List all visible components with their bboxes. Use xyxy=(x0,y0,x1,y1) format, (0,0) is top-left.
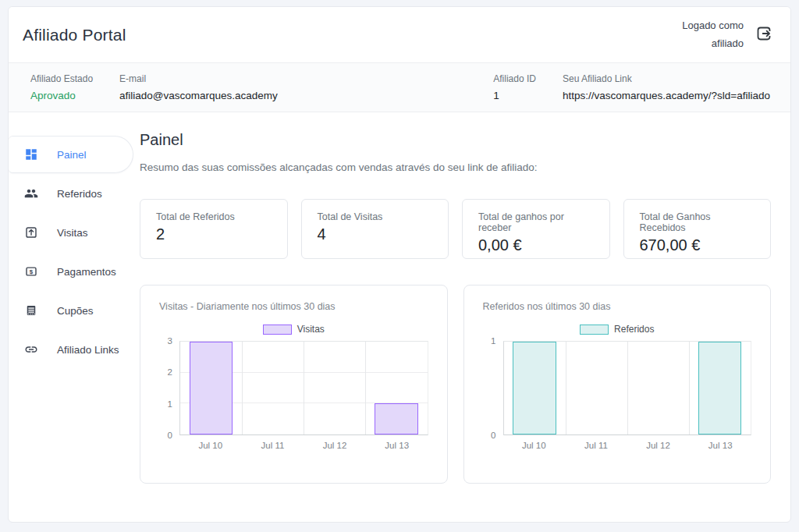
x-axis-tick-label: Jul 11 xyxy=(565,441,627,450)
sidebar-item-label: Afiliado Links xyxy=(57,344,119,356)
charts-row: Visitas - Diariamente nos últimos 30 dia… xyxy=(140,285,771,484)
sidebar-item-label: Cupões xyxy=(57,305,94,317)
y-axis-tick-label: 0 xyxy=(168,431,172,440)
logged-in-user: afiliado xyxy=(682,35,744,53)
bar-jul-13 xyxy=(698,342,741,434)
affiliate-id-value: 1 xyxy=(493,90,536,101)
chart-title: Referidos nos últimos 30 dias xyxy=(483,301,752,312)
sidebar-item-pagamentos[interactable]: $ Pagamentos xyxy=(9,253,133,290)
x-axis-tick-label: Jul 11 xyxy=(242,441,304,450)
affiliate-info-bar: Afiliado Estado Aprovado E-mail afiliado… xyxy=(9,63,790,112)
y-axis-tick-label: 1 xyxy=(168,399,172,409)
sidebar: Painel Referidos Visitas $ Pagamentos xyxy=(9,112,133,370)
legend-label: Visitas xyxy=(297,324,325,335)
stats-row: Total de Referidos 2 Total de Visitas 4 … xyxy=(140,199,771,259)
bar-jul-10 xyxy=(513,342,556,434)
gridline xyxy=(304,342,304,434)
plot-area xyxy=(503,341,752,435)
sidebar-item-label: Painel xyxy=(57,149,87,161)
stat-label: Total de Ganhos Recebidos xyxy=(640,211,755,233)
y-axis: 0123 xyxy=(159,341,179,435)
stat-value: 4 xyxy=(318,225,433,243)
stat-value: 2 xyxy=(156,225,272,243)
x-axis-tick-label: Jul 12 xyxy=(304,441,366,450)
stat-card-total-referidos: Total de Referidos 2 xyxy=(140,199,288,259)
bar-jul-10 xyxy=(190,342,233,434)
affiliate-link-value: https://vascomarques.academy/?sld=afilia… xyxy=(563,90,770,101)
stat-card-ganhos-por-receber: Total de ganhos por receber 0,00 € xyxy=(462,199,610,259)
y-axis-tick-label: 0 xyxy=(491,431,495,440)
visits-chart: Visitas - Diariamente nos últimos 30 dia… xyxy=(140,285,448,484)
y-axis-tick-label: 3 xyxy=(168,336,172,346)
sidebar-item-cupoes[interactable]: Cupões xyxy=(9,292,133,329)
sidebar-item-painel[interactable]: Painel xyxy=(9,136,133,173)
stat-value: 670,00 € xyxy=(640,236,755,254)
email-value: afiliado@vascomarques.academy xyxy=(119,90,467,101)
main-panel: Painel Resumo das suas comissões alcança… xyxy=(133,112,790,484)
sidebar-item-label: Visitas xyxy=(57,227,88,239)
people-icon xyxy=(24,186,38,200)
content: Painel Referidos Visitas $ Pagamentos xyxy=(9,112,790,484)
info-item-affiliate-link: Seu Afiliado Link https://vascomarques.a… xyxy=(563,73,770,101)
legend-label: Referidos xyxy=(614,324,654,335)
chart-legend: Referidos xyxy=(483,324,752,335)
info-item-affiliate-id: Afiliado ID 1 xyxy=(493,73,536,101)
y-axis-tick-label: 2 xyxy=(168,367,172,377)
legend-swatch xyxy=(263,325,292,335)
sidebar-item-label: Pagamentos xyxy=(57,266,116,278)
info-label: Seu Afiliado Link xyxy=(563,73,770,84)
plot: 01 xyxy=(483,336,752,435)
x-axis-tick-label: Jul 12 xyxy=(627,441,690,450)
dashboard-icon xyxy=(24,147,38,161)
stat-card-total-visitas: Total de Visitas 4 xyxy=(301,199,449,259)
stat-card-ganhos-recebidos: Total de Ganhos Recebidos 670,00 € xyxy=(623,199,772,259)
gridline xyxy=(627,342,628,434)
portal-card: Afiliado Portal Logado como afiliado xyxy=(8,6,791,523)
x-axis: Jul 10Jul 11Jul 12Jul 13 xyxy=(503,441,752,450)
page-title: Painel xyxy=(140,131,771,149)
x-axis-tick-label: Jul 10 xyxy=(179,441,242,450)
info-label: E-mail xyxy=(119,73,467,84)
chart-title: Visitas - Diariamente nos últimos 30 dia… xyxy=(159,301,428,312)
info-item-status: Afiliado Estado Aprovado xyxy=(30,73,93,101)
gridline xyxy=(242,342,243,434)
sidebar-item-referidos[interactable]: Referidos xyxy=(9,175,133,212)
plot: 0123 xyxy=(159,336,428,435)
coupon-icon xyxy=(24,303,38,317)
app-header: Afiliado Portal Logado como afiliado xyxy=(9,7,790,63)
svg-text:$: $ xyxy=(30,268,34,275)
x-axis-tick-label: Jul 13 xyxy=(689,441,751,450)
referrals-chart: Referidos nos últimos 30 dias Referidos … xyxy=(463,285,772,484)
info-label: Afiliado ID xyxy=(493,73,536,84)
gridline xyxy=(689,342,690,434)
y-axis: 01 xyxy=(483,341,503,435)
status-badge: Aprovado xyxy=(30,90,93,101)
bar-jul-13 xyxy=(375,403,417,434)
gridline xyxy=(566,342,566,434)
x-axis-tick-label: Jul 10 xyxy=(503,441,566,450)
x-axis-tick-label: Jul 13 xyxy=(366,441,428,450)
header-right: Logado como afiliado xyxy=(682,17,773,53)
stat-label: Total de ganhos por receber xyxy=(478,211,594,233)
app-title: Afiliado Portal xyxy=(23,26,126,44)
plot-area xyxy=(179,341,428,435)
link-icon xyxy=(24,342,38,356)
page-subtitle: Resumo das suas comissões alcançadas com… xyxy=(140,161,771,173)
stat-value: 0,00 € xyxy=(478,236,594,254)
logged-in-info: Logado como afiliado xyxy=(682,17,744,53)
chart-legend: Visitas xyxy=(159,324,428,335)
y-axis-tick-label: 1 xyxy=(491,336,495,346)
stat-label: Total de Referidos xyxy=(156,211,272,222)
stat-label: Total de Visitas xyxy=(318,211,433,222)
legend-swatch xyxy=(580,325,609,335)
sidebar-item-label: Referidos xyxy=(57,188,102,200)
logout-button[interactable] xyxy=(755,24,773,45)
visits-box-arrow-icon xyxy=(24,225,38,239)
sidebar-item-afiliado-links[interactable]: Afiliado Links xyxy=(9,331,133,368)
logout-icon xyxy=(755,24,773,45)
logged-in-label: Logado como xyxy=(682,17,744,35)
info-label: Afiliado Estado xyxy=(30,73,93,84)
info-item-email: E-mail afiliado@vascomarques.academy xyxy=(119,73,467,101)
sidebar-item-visitas[interactable]: Visitas xyxy=(9,214,133,251)
x-axis: Jul 10Jul 11Jul 12Jul 13 xyxy=(179,441,428,450)
